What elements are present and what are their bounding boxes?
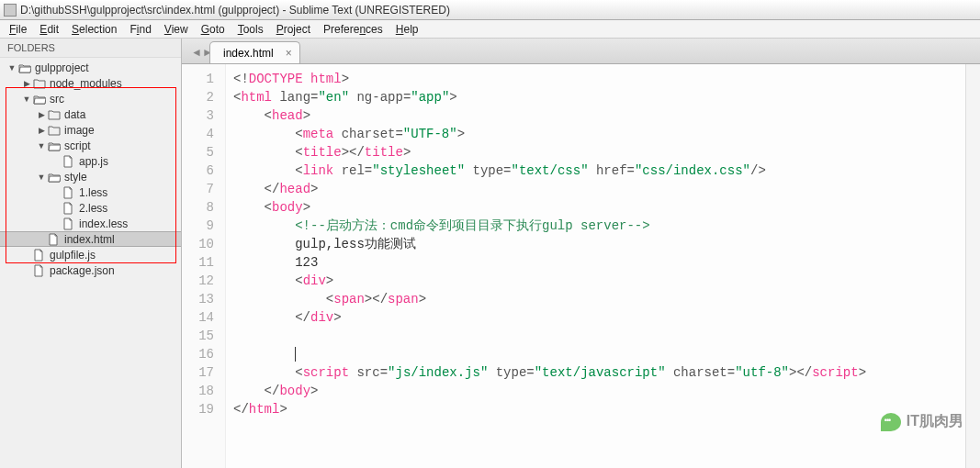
tree-item-package-json[interactable]: package.json — [0, 262, 181, 278]
tree-item-data[interactable]: ▶data — [0, 106, 181, 122]
menu-project[interactable]: Project — [271, 21, 316, 38]
file-icon — [62, 155, 75, 168]
tree-item-1-less[interactable]: 1.less — [0, 184, 181, 200]
file-icon — [62, 217, 75, 230]
file-icon — [62, 202, 75, 215]
tab-bar: ◄ ► index.html × — [182, 39, 980, 64]
minimap[interactable] — [965, 64, 980, 468]
folder-icon — [18, 62, 31, 73]
folder-icon — [33, 94, 46, 105]
watermark: IT肌肉男 — [881, 412, 963, 431]
menu-edit[interactable]: Edit — [34, 21, 64, 38]
disclosure-icon[interactable]: ▼ — [35, 141, 48, 150]
tree-item-index-less[interactable]: index.less — [0, 216, 181, 231]
menu-bar: File Edit Selection Find View Goto Tools… — [0, 20, 980, 39]
disclosure-icon[interactable]: ▶ — [35, 126, 48, 135]
window-title: D:\githubSSH\gulpproject\src\index.html … — [20, 4, 450, 17]
tree-item-label: 1.less — [79, 186, 107, 199]
menu-goto[interactable]: Goto — [196, 21, 231, 38]
line-gutter: 12345678910111213141516171819 — [182, 64, 226, 468]
menu-file[interactable]: File — [4, 21, 32, 38]
code-content[interactable]: <!DOCTYPE html> <html lang="en" ng-app="… — [226, 64, 965, 468]
folder-icon — [48, 140, 61, 151]
tree-item-gulpfile-js[interactable]: gulpfile.js — [0, 247, 181, 262]
disclosure-icon[interactable]: ▶ — [20, 79, 33, 88]
folder-icon — [33, 78, 46, 89]
tree-item-label: index.less — [79, 217, 128, 230]
tree-item-label: node_modules — [50, 77, 122, 90]
tree-item-label: package.json — [50, 264, 115, 277]
file-icon — [48, 233, 61, 246]
tree-item-app-js[interactable]: app.js — [0, 153, 181, 169]
tree-item-label: app.js — [79, 155, 108, 168]
disclosure-icon[interactable]: ▼ — [20, 95, 33, 104]
folder-icon — [48, 109, 61, 120]
wechat-icon — [881, 413, 901, 431]
window-titlebar: D:\githubSSH\gulpproject\src\index.html … — [0, 0, 980, 20]
folder-icon — [48, 172, 61, 183]
disclosure-icon[interactable]: ▼ — [35, 173, 48, 182]
tree-item-style[interactable]: ▼style — [0, 169, 181, 184]
file-icon — [62, 186, 75, 199]
tree-item-label: index.html — [64, 233, 115, 246]
sidebar: FOLDERS ▼gulpproject▶node_modules▼src▶da… — [0, 39, 182, 468]
tree-item-image[interactable]: ▶image — [0, 122, 181, 138]
menu-view[interactable]: View — [159, 21, 194, 38]
app-icon — [4, 4, 17, 17]
tree-item-script[interactable]: ▼script — [0, 138, 181, 153]
tree-item-index-html[interactable]: index.html — [0, 231, 181, 247]
menu-find[interactable]: Find — [124, 21, 156, 38]
tab-label: index.html — [223, 47, 274, 60]
code-area[interactable]: 12345678910111213141516171819 <!DOCTYPE … — [182, 64, 980, 468]
tree-item-label: gulpfile.js — [50, 249, 96, 262]
menu-help[interactable]: Help — [390, 21, 424, 38]
tree-item-src[interactable]: ▼src — [0, 91, 181, 106]
tab-close-icon[interactable]: × — [286, 47, 292, 60]
menu-selection[interactable]: Selection — [66, 21, 122, 38]
tab-index-html[interactable]: index.html × — [209, 41, 300, 63]
tree-item-label: data — [64, 108, 85, 121]
tree-item-gulpproject[interactable]: ▼gulpproject — [0, 60, 181, 75]
disclosure-icon[interactable]: ▶ — [35, 110, 48, 119]
watermark-text: IT肌肉男 — [907, 412, 963, 431]
folder-tree: ▼gulpproject▶node_modules▼src▶data▶image… — [0, 58, 181, 280]
tree-item-node_modules[interactable]: ▶node_modules — [0, 75, 181, 91]
sidebar-header: FOLDERS — [0, 39, 181, 58]
tree-item-label: gulpproject — [35, 61, 89, 74]
tree-item-2-less[interactable]: 2.less — [0, 200, 181, 216]
tree-item-label: style — [64, 171, 87, 184]
menu-preferences[interactable]: Preferences — [318, 21, 389, 38]
tree-item-label: src — [50, 93, 64, 106]
tree-item-label: image — [64, 124, 95, 137]
file-icon — [33, 264, 46, 277]
file-icon — [33, 249, 46, 262]
folder-icon — [48, 125, 61, 136]
tree-item-label: 2.less — [79, 202, 107, 215]
editor-pane: ◄ ► index.html × 12345678910111213141516… — [182, 39, 980, 468]
tree-item-label: script — [64, 139, 91, 152]
menu-tools[interactable]: Tools — [232, 21, 269, 38]
disclosure-icon[interactable]: ▼ — [6, 63, 18, 72]
